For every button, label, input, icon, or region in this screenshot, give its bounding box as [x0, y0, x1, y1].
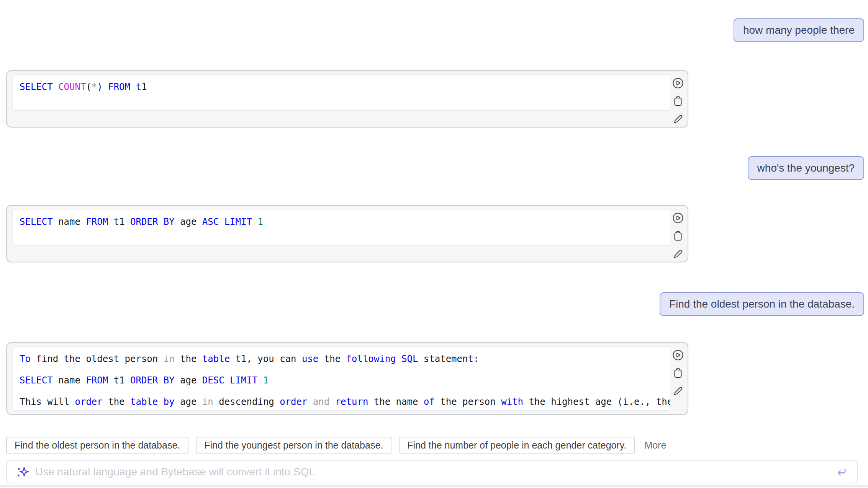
copy-sql-button[interactable] — [672, 95, 684, 107]
play-circle-icon — [672, 77, 684, 89]
more-suggestions-button[interactable]: More — [642, 440, 668, 451]
natural-language-input[interactable] — [35, 466, 835, 478]
copy-sql-button[interactable] — [672, 367, 684, 379]
pencil-icon — [672, 113, 684, 125]
suggestion-row: Find the oldest person in the database. … — [6, 437, 668, 454]
sql-response-block: SELECT name FROM t1 ORDER BY age ASC LIM… — [6, 205, 688, 262]
sql-code-editor[interactable]: SELECT name FROM t1 ORDER BY age ASC LIM… — [12, 209, 670, 246]
sql-code-editor[interactable]: SELECT COUNT(*) FROM t1 — [12, 74, 670, 111]
user-message-bubble: Find the oldest person in the database. — [660, 292, 864, 316]
clipboard-icon — [672, 95, 684, 107]
clipboard-icon — [672, 230, 684, 242]
code-actions — [672, 349, 684, 397]
clipboard-icon — [672, 367, 684, 379]
run-query-button[interactable] — [672, 349, 684, 361]
return-arrow-icon[interactable] — [835, 466, 847, 478]
sql-response-block: To find the oldest person in the table t… — [6, 342, 688, 415]
pencil-icon — [672, 248, 684, 260]
user-message-bubble: how many people there — [734, 18, 864, 42]
pencil-icon — [672, 385, 684, 397]
code-actions — [672, 212, 684, 260]
run-query-button[interactable] — [672, 212, 684, 224]
suggestion-oldest-person[interactable]: Find the oldest person in the database. — [6, 437, 188, 454]
sql-response-block: SELECT COUNT(*) FROM t1 — [6, 70, 688, 128]
run-query-button[interactable] — [672, 77, 684, 89]
play-circle-icon — [672, 349, 684, 361]
play-circle-icon — [672, 212, 684, 224]
suggestion-gender-count[interactable]: Find the number of people in each gender… — [399, 437, 635, 454]
edit-sql-button[interactable] — [672, 248, 684, 260]
sql-code-editor[interactable]: To find the oldest person in the table t… — [12, 346, 670, 411]
bottom-panel-edge — [0, 485, 868, 487]
copy-sql-button[interactable] — [672, 230, 684, 242]
ai-sparkles-icon — [15, 465, 30, 479]
composer-bar — [6, 460, 858, 483]
bytebase-ai-chat-panel: how many people there SELECT COUNT(*) FR… — [0, 0, 868, 488]
edit-sql-button[interactable] — [672, 385, 684, 397]
edit-sql-button[interactable] — [672, 113, 684, 125]
suggestion-youngest-person[interactable]: Find the youngest person in the database… — [196, 437, 391, 454]
user-message-bubble: who's the youngest? — [748, 156, 864, 180]
code-actions — [672, 77, 684, 125]
